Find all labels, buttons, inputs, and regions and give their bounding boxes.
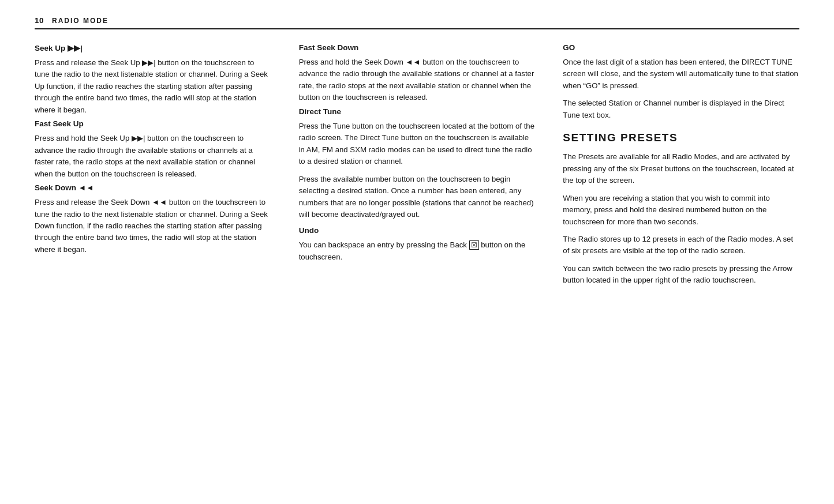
- page-number: 10: [35, 16, 44, 25]
- seek-up-body: Press and release the Seek Up ▶▶| button…: [35, 57, 271, 116]
- section-fast-seek-up: Fast Seek Up Press and hold the Seek Up …: [35, 119, 271, 180]
- seek-down-body: Press and release the Seek Down ◄◄ butto…: [35, 197, 271, 255]
- go-body: Once the last digit of a station has bee…: [563, 57, 799, 121]
- section-seek-up: Seek Up ▶▶| Press and release the Seek U…: [35, 43, 271, 116]
- page-title: RADIO MODE: [52, 17, 109, 25]
- column-1: Seek Up ▶▶| Press and release the Seek U…: [35, 43, 271, 292]
- content-columns: Seek Up ▶▶| Press and release the Seek U…: [35, 43, 799, 292]
- fast-seek-up-heading: Fast Seek Up: [35, 119, 271, 128]
- page-container: 10 RADIO MODE Seek Up ▶▶| Press and rele…: [0, 0, 834, 315]
- setting-presets-body: The Presets are available for all Radio …: [563, 151, 799, 287]
- column-2: Fast Seek Down Press and hold the Seek D…: [299, 43, 536, 292]
- column-3: GO Once the last digit of a station has …: [563, 43, 799, 292]
- direct-tune-body-1: Press the Tune button on the touchscreen…: [299, 121, 536, 221]
- go-heading: GO: [563, 43, 799, 52]
- direct-tune-heading: Direct Tune: [299, 107, 536, 116]
- fast-seek-up-body: Press and hold the Seek Up ▶▶| button on…: [35, 133, 271, 180]
- seek-down-heading: Seek Down ◄◄: [35, 183, 271, 192]
- section-fast-seek-down: Fast Seek Down Press and hold the Seek D…: [299, 43, 536, 104]
- section-undo: Undo You can backspace an entry by press…: [299, 226, 536, 263]
- seek-up-heading: Seek Up ▶▶|: [35, 43, 271, 52]
- section-direct-tune: Direct Tune Press the Tune button on the…: [299, 107, 536, 221]
- setting-presets-heading: SETTING PRESETS: [563, 131, 799, 144]
- section-setting-presets: SETTING PRESETS The Presets are availabl…: [563, 131, 799, 287]
- undo-body: You can backspace an entry by pressing t…: [299, 239, 536, 263]
- section-seek-down: Seek Down ◄◄ Press and release the Seek …: [35, 183, 271, 255]
- section-go: GO Once the last digit of a station has …: [563, 43, 799, 121]
- back-icon: ☒: [469, 240, 479, 250]
- fast-seek-down-body: Press and hold the Seek Down ◄◄ button o…: [299, 57, 536, 104]
- page-header: 10 RADIO MODE: [35, 16, 799, 29]
- undo-heading: Undo: [299, 226, 536, 235]
- fast-seek-down-heading: Fast Seek Down: [299, 43, 536, 52]
